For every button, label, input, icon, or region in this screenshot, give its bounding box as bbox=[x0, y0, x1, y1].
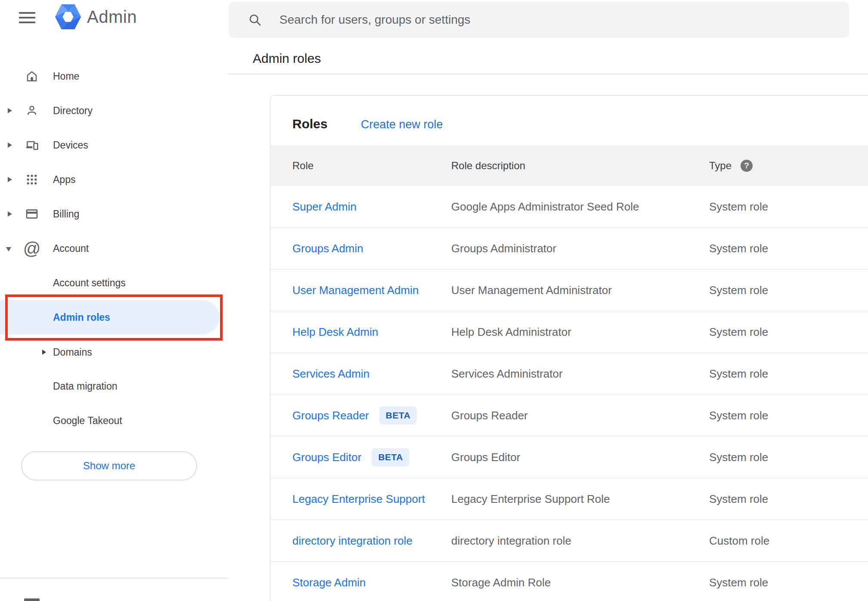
role-link[interactable]: Services Admin bbox=[292, 367, 369, 381]
sidebar-item-google-takeout[interactable]: Google Takeout bbox=[0, 403, 221, 438]
table-row: User Management Admin User Management Ad… bbox=[270, 270, 868, 311]
chevron-right-icon[interactable] bbox=[8, 211, 12, 217]
role-link[interactable]: directory integration role bbox=[292, 534, 412, 548]
role-description: Groups Administrator bbox=[451, 242, 556, 255]
sidebar-item-label: Account bbox=[53, 231, 89, 266]
table-row: Services Admin Services Administrator Sy… bbox=[270, 353, 868, 395]
sidebar-item-label: Billing bbox=[53, 197, 79, 231]
breadcrumb: Admin roles bbox=[253, 51, 321, 66]
chevron-right-icon[interactable] bbox=[8, 143, 12, 148]
role-link[interactable]: Help Desk Admin bbox=[292, 325, 378, 339]
role-type: System role bbox=[709, 325, 768, 339]
help-icon[interactable]: ? bbox=[741, 160, 753, 172]
sidebar-item-devices[interactable]: Devices bbox=[0, 128, 221, 162]
sidebar-item-label: Devices bbox=[53, 128, 88, 162]
sidebar: Admin Home Directory bbox=[0, 0, 228, 601]
role-description: Groups Reader bbox=[451, 409, 528, 422]
table-row: directory integration role directory int… bbox=[270, 520, 868, 562]
sidebar-item-admin-roles[interactable]: Admin roles bbox=[0, 300, 221, 335]
sidebar-bottom-divider bbox=[0, 578, 228, 579]
role-type: System role bbox=[709, 493, 768, 506]
clipped-bottom-icon bbox=[24, 598, 40, 601]
chevron-down-icon[interactable] bbox=[6, 247, 11, 251]
sidebar-item-account[interactable]: @ Account bbox=[0, 231, 221, 266]
role-link[interactable]: Groups Editor bbox=[292, 451, 361, 464]
table-row: Groups Reader BETA Groups Reader System … bbox=[270, 395, 868, 437]
role-type: System role bbox=[709, 451, 768, 464]
column-header-role-description: Role description bbox=[451, 160, 525, 172]
sidebar-item-label: Directory bbox=[53, 93, 93, 128]
devices-icon bbox=[24, 137, 40, 153]
sidebar-item-account-settings[interactable]: Account settings bbox=[0, 266, 221, 300]
card-title: Roles bbox=[292, 117, 328, 131]
column-header-role: Role bbox=[292, 160, 313, 172]
global-search-bar[interactable] bbox=[229, 2, 849, 38]
table-row: Groups Admin Groups Administrator System… bbox=[270, 228, 868, 270]
table-row: Storage Admin Storage Admin Role System … bbox=[270, 562, 868, 601]
sidebar-item-label: Home bbox=[53, 59, 79, 93]
sidebar-item-label: Admin roles bbox=[53, 300, 110, 335]
sidebar-item-directory[interactable]: Directory bbox=[0, 93, 221, 128]
at-sign-icon: @ bbox=[24, 241, 40, 256]
credit-card-icon bbox=[24, 206, 40, 222]
role-link[interactable]: Storage Admin bbox=[292, 576, 366, 589]
role-description: Help Desk Administrator bbox=[451, 325, 571, 339]
table-row: Groups Editor BETA Groups Editor System … bbox=[270, 437, 868, 478]
search-input[interactable] bbox=[279, 13, 849, 27]
table-row: Help Desk Admin Help Desk Administrator … bbox=[270, 311, 868, 353]
beta-badge: BETA bbox=[372, 448, 409, 466]
search-icon bbox=[248, 12, 262, 27]
header-divider bbox=[228, 74, 868, 74]
role-type: Custom role bbox=[709, 534, 769, 548]
role-link[interactable]: User Management Admin bbox=[292, 284, 418, 297]
chevron-right-icon[interactable] bbox=[8, 108, 12, 113]
role-link[interactable]: Groups Admin bbox=[292, 242, 363, 255]
hamburger-menu-icon[interactable] bbox=[19, 12, 35, 23]
sidebar-item-label: Data migration bbox=[53, 369, 118, 403]
sidebar-item-billing[interactable]: Billing bbox=[0, 197, 221, 231]
sidebar-item-label: Domains bbox=[53, 335, 92, 369]
admin-console-page: Admin Home Directory bbox=[0, 0, 868, 601]
role-link[interactable]: Super Admin bbox=[292, 200, 356, 214]
home-icon bbox=[24, 68, 40, 84]
beta-badge: BETA bbox=[379, 406, 417, 424]
role-type: System role bbox=[709, 200, 768, 214]
sidebar-item-home[interactable]: Home bbox=[0, 59, 221, 93]
app-title: Admin bbox=[87, 7, 137, 27]
admin-logo-icon bbox=[55, 3, 81, 30]
create-new-role-link[interactable]: Create new role bbox=[361, 118, 443, 131]
apps-grid-icon bbox=[24, 172, 40, 187]
role-type: System role bbox=[709, 576, 768, 589]
role-type: System role bbox=[709, 409, 768, 422]
chevron-right-icon[interactable] bbox=[42, 350, 46, 355]
sidebar-item-data-migration[interactable]: Data migration bbox=[0, 369, 221, 403]
role-type: System role bbox=[709, 284, 768, 297]
role-description: Google Apps Administrator Seed Role bbox=[451, 200, 639, 214]
roles-table-body: Super Admin Google Apps Administrator Se… bbox=[270, 186, 868, 601]
show-more-button[interactable]: Show more bbox=[21, 451, 197, 480]
sidebar-item-label: Account settings bbox=[53, 266, 126, 300]
sidebar-item-apps[interactable]: Apps bbox=[0, 162, 221, 197]
column-header-type: Type bbox=[709, 160, 732, 172]
person-icon bbox=[24, 103, 40, 118]
sidebar-item-domains[interactable]: Domains bbox=[0, 335, 221, 369]
roles-card: Roles Create new role Role Role descript… bbox=[270, 95, 868, 601]
chevron-right-icon[interactable] bbox=[8, 177, 12, 182]
role-description: Groups Editor bbox=[451, 451, 520, 464]
sidebar-item-label: Apps bbox=[53, 162, 75, 197]
role-description: directory integration role bbox=[451, 534, 571, 548]
role-type: System role bbox=[709, 367, 768, 381]
role-description: Storage Admin Role bbox=[451, 576, 551, 589]
sidebar-item-label: Google Takeout bbox=[53, 403, 122, 438]
table-row: Legacy Enterprise Support Legacy Enterpr… bbox=[270, 478, 868, 520]
table-header-row: Role Role description Type ? bbox=[270, 146, 868, 186]
role-link[interactable]: Legacy Enterprise Support bbox=[292, 493, 425, 506]
role-link[interactable]: Groups Reader bbox=[292, 409, 369, 422]
role-description: Legacy Enterprise Support Role bbox=[451, 493, 610, 506]
table-row: Super Admin Google Apps Administrator Se… bbox=[270, 186, 868, 228]
role-type: System role bbox=[709, 242, 768, 255]
role-description: Services Administrator bbox=[451, 367, 563, 381]
role-description: User Management Administrator bbox=[451, 284, 612, 297]
